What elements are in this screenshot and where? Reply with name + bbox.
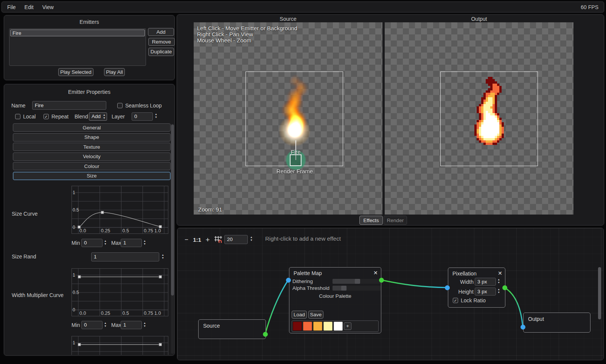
play-selected-button[interactable]: Play Selected [58,68,93,76]
svg-text:0.75: 0.75 [144,228,153,233]
pixel-height-stepper[interactable]: ▲▼ [497,288,500,294]
emitter-list-item[interactable]: Fire [10,30,145,36]
tab-render[interactable]: Render [384,216,407,225]
name-field[interactable]: Fire [32,101,106,110]
min-field-1[interactable]: 0 [81,321,103,329]
repeat-checkbox[interactable]: ✓ [44,114,49,119]
svg-text:1.0: 1.0 [154,311,161,316]
section-size[interactable]: Size [13,172,171,180]
node-output[interactable]: Output [523,313,590,333]
palette-save-button[interactable]: Save [308,311,323,319]
local-checkbox[interactable] [15,114,20,119]
viewport-hint-line: Left Click - Move Emitter or Background [197,25,297,31]
node-source[interactable]: Source [198,319,266,339]
alpha-threshold-slider[interactable] [333,286,381,291]
seamless-loop-label: Seamless Loop [125,103,162,109]
emitter-duplicate-button[interactable]: Duplicate [148,48,174,56]
menu-item-file[interactable]: File [7,4,16,10]
max-field-0[interactable]: 1 [121,239,142,247]
size-rand-label: Size Rand [12,254,36,260]
emitter-add-button[interactable]: Add [148,28,174,36]
section-shape[interactable]: Shape [13,133,171,142]
svg-text:0.75: 0.75 [144,311,153,316]
palette-swatch-2[interactable] [313,322,322,331]
curve-graph[interactable]: 10.500.00.250.50.751.0 [71,268,168,317]
layer-stepper[interactable]: ▲▼ [155,113,157,118]
pixel-width-field[interactable]: 3 px [475,278,496,286]
size-rand-stepper[interactable]: ▲▼ [162,254,164,259]
size-rand-field[interactable]: 1 [91,252,159,261]
local-label: Local [23,114,36,120]
pixel-height-field[interactable]: 3 px [475,288,496,296]
emitter-label: Fire [194,149,382,155]
palette-swatch-3[interactable] [323,322,333,331]
pixellation-close-icon[interactable]: ✕ [498,270,502,276]
svg-text:0.5: 0.5 [123,311,129,316]
menu-item-edit[interactable]: Edit [25,4,34,10]
blend-select-arrows: ▲▼ [103,114,106,119]
section-colour[interactable]: Colour [13,162,171,170]
curve-graph[interactable]: 10.500.00.250.50.751.0 [71,185,168,234]
lock-ratio-label: Lock Ratio [461,297,486,303]
max-field-1[interactable]: 1 [121,321,142,329]
viewport-hint-line: Right Click - Pan View [197,31,253,37]
node-pixellation-title: Pixellation [452,271,477,277]
output-input-port[interactable] [521,325,525,330]
blend-select[interactable]: Add ▲▼ [89,112,107,121]
output-render-frame [440,72,538,166]
palette-swatch-4[interactable] [334,322,343,331]
properties-scrollbar-thumb[interactable] [171,124,174,296]
layer-field[interactable]: 0 [132,112,153,121]
source-output-port[interactable] [263,332,268,337]
palette-swatch-0[interactable] [293,322,302,331]
section-texture[interactable]: Texture [13,143,171,151]
curve-graph[interactable]: 10.500.00.250.50.751.0 [71,335,168,355]
min-field-0[interactable]: 0 [81,239,103,247]
section-general[interactable]: General [13,123,171,132]
max-stepper-1[interactable]: ▲▼ [143,322,146,327]
emitter-list[interactable]: Fire [9,28,146,66]
svg-text:1.0: 1.0 [154,228,161,233]
emitters-panel: Emitters Fire AddRemoveDuplicate Play Se… [4,15,175,80]
palette-load-button[interactable]: Load [292,311,307,319]
seamless-loop-checkbox[interactable] [117,103,123,108]
menu-bar: FileEditView 60 FPS [2,2,604,12]
palette-map-close-icon[interactable]: ✕ [373,270,378,276]
node-palette-map-title: Palette Map [294,270,322,276]
dithering-label: Dithering [292,278,313,285]
svg-text:0.5: 0.5 [73,290,79,295]
output-viewport[interactable] [385,22,573,215]
source-viewport-title: Source [194,16,382,22]
svg-text:1: 1 [73,190,75,195]
node-wire-1 [381,280,447,288]
palette-swatch-1[interactable] [303,322,312,331]
pixellation-input-port[interactable] [445,285,450,290]
blend-label: Blend [75,114,88,120]
min-label-1: Min [71,322,80,328]
max-stepper-0[interactable]: ▲▼ [143,240,146,245]
min-stepper-0[interactable]: ▲▼ [104,240,107,245]
lock-ratio-checkbox[interactable]: ✓ [453,298,458,303]
svg-text:0.25: 0.25 [101,311,110,316]
fps-counter: 60 FPS [581,4,598,10]
node-wire-0 [265,280,288,334]
play-all-button[interactable]: Play All [104,68,125,76]
editor-scrollbar-thumb[interactable] [598,267,601,319]
node-palette-map[interactable]: Palette Map ✕ Dithering Alpha Threshold … [289,267,381,333]
pixel-width-stepper[interactable]: ▲▼ [497,278,500,284]
section-velocity[interactable]: Velocity [13,152,171,161]
node-pixellation[interactable]: Pixellation ✕ Width 3 px ▲▼ Height 3 px … [448,268,505,308]
source-viewport[interactable]: Left Click - Move Emitter or BackgroundR… [194,22,382,215]
palette-map-input-port[interactable] [286,278,291,283]
size-curve-label: Size Curve [12,211,37,217]
node-editor[interactable]: − 1:1 + 20 ▲▼ Right-click to add a new e… [177,228,604,360]
tab-effects[interactable]: Effects [359,216,383,225]
emitter-handle-square[interactable] [290,154,301,166]
min-stepper-1[interactable]: ▲▼ [104,322,107,327]
palette-add-swatch-button[interactable]: + [344,322,351,330]
menu-item-view[interactable]: View [42,4,54,10]
pixellation-output-port[interactable] [502,285,507,290]
emitter-remove-button[interactable]: Remove [148,38,175,46]
dithering-slider[interactable] [333,279,381,284]
palette-map-output-port[interactable] [379,278,384,283]
